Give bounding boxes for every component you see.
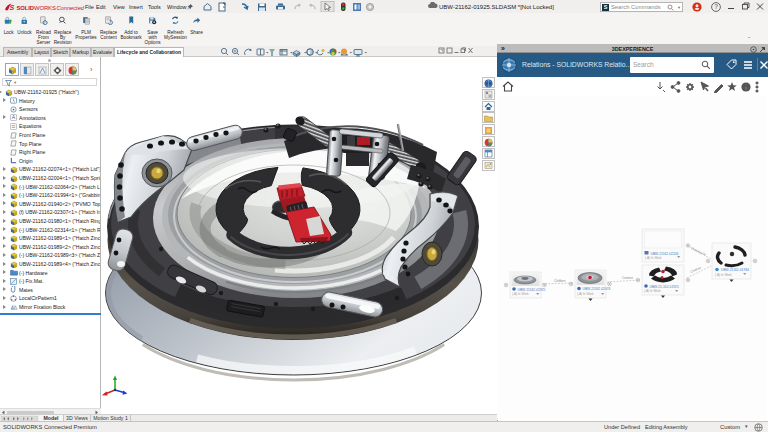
svg-text:UBW-21162-02204: UBW-21162-02204: [651, 252, 679, 256]
svg-text:UBW-21162-02074: UBW-21162-02074: [583, 287, 611, 291]
svg-text:(-A) In Work: (-A) In Work: [715, 273, 732, 277]
svg-text:?: ?: [714, 3, 718, 10]
svg-text:S: S: [10, 4, 15, 11]
svg-text:UBW-21162-01925: UBW-21162-01925: [518, 288, 546, 292]
svg-text:Connected: Connected: [57, 4, 85, 10]
svg-text:SOLIDWORKS: SOLIDWORKS: [17, 4, 56, 10]
svg-text:UBW-21-162-01925: UBW-21-162-01925: [650, 285, 679, 289]
svg-text:UBW-21162-01925.SLDASM *[Not L: UBW-21162-01925.SLDASM *[Not Locked]: [439, 4, 554, 10]
svg-text:Children: Children: [690, 265, 702, 273]
svg-text:Drawing Of: Drawing Of: [691, 246, 707, 256]
svg-text:A: A: [12, 115, 16, 121]
svg-text:(-A) In Work: (-A) In Work: [512, 292, 529, 296]
svg-text:(-A) In Work: (-A) In Work: [644, 289, 661, 293]
svg-text:(-A) In Work: (-A) In Work: [645, 256, 662, 260]
svg-text:Children: Children: [554, 279, 566, 283]
svg-text:UBW-21162-01934: UBW-21162-01934: [721, 268, 749, 272]
svg-text:Content: Content: [622, 276, 633, 280]
svg-text:(-A) In Work: (-A) In Work: [577, 292, 594, 296]
